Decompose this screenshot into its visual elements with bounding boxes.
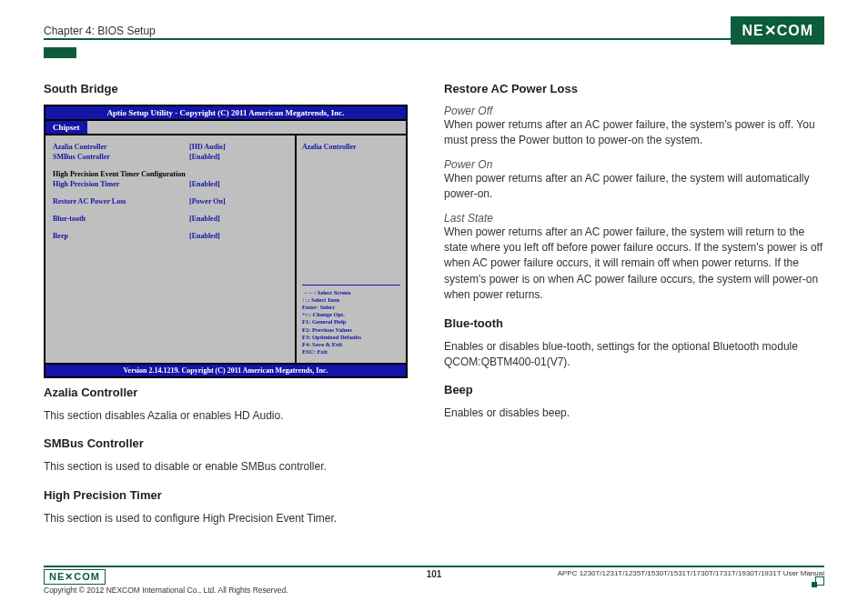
bios-side-title: Azalia Controller xyxy=(302,143,400,151)
beep-heading: Beep xyxy=(444,383,824,396)
bios-version-footer: Version 2.14.1219. Copyright (C) 2011 Am… xyxy=(45,363,406,376)
bios-row-label: High Precision Event Timer Configuration xyxy=(53,170,186,178)
bios-help-keys: →←: Select Screen↑↓: Select ItemEnter: S… xyxy=(302,285,400,356)
bios-help-line: F2: Previous Values xyxy=(302,326,400,334)
restore-text: When power returns after an AC power fai… xyxy=(444,171,824,203)
bios-row-label: SMBus Controller xyxy=(53,153,189,161)
bios-row-value: [Enabled] xyxy=(189,215,220,223)
bios-row-value: [Enabled] xyxy=(189,153,220,161)
bios-tab-chipset: Chipset xyxy=(45,121,87,134)
restore-subheading: Power Off xyxy=(444,105,824,117)
bios-help-line: →←: Select Screen xyxy=(302,289,400,296)
section-text: This section disables Azalia or enables … xyxy=(44,408,408,424)
bios-screenshot: Aptio Setup Utility - Copyright (C) 2011… xyxy=(44,105,408,378)
bios-row: High Precision Event Timer Configuration xyxy=(53,170,288,178)
logo: NE✕COM xyxy=(731,16,824,45)
bios-title-bar: Aptio Setup Utility - Copyright (C) 2011… xyxy=(45,106,406,121)
page-number: 101 xyxy=(427,569,442,579)
bios-row: SMBus Controller[Enabled] xyxy=(53,153,288,161)
footer-rule xyxy=(44,566,824,567)
bios-row-label: Blue-tooth xyxy=(53,215,189,223)
bios-row-value: [Enabled] xyxy=(189,232,220,240)
section-text: This section is used to configure High P… xyxy=(44,511,408,526)
restore-subheading: Power On xyxy=(444,158,824,171)
bios-row-label: Azalia Controller xyxy=(53,143,189,151)
bios-row-label: Beep xyxy=(53,232,189,240)
bios-row: Blue-tooth[Enabled] xyxy=(53,215,288,223)
green-tab xyxy=(44,47,76,58)
bios-row: Azalia Controller[HD Audio] xyxy=(53,143,288,151)
bios-tabs: Chipset xyxy=(45,121,406,135)
bios-help-line: +/-: Change Opt. xyxy=(302,311,400,318)
restore-subheading: Last State xyxy=(444,212,824,225)
bios-row-label: Restore AC Power Loss xyxy=(53,197,189,205)
bios-row: Beep[Enabled] xyxy=(53,232,288,240)
footer-logo: NE✕COM xyxy=(44,569,106,585)
section-heading: High Precision Timer xyxy=(44,488,408,502)
bios-row-label: High Precision Timer xyxy=(53,180,189,188)
bios-row-value: [HD Audio] xyxy=(189,143,226,151)
bios-help-line: ↑↓: Select Item xyxy=(302,296,400,304)
bios-row: Restore AC Power Loss[Power On] xyxy=(53,197,288,205)
restore-text: When power returns after an AC power fai… xyxy=(444,225,824,304)
footer-manual: APPC 1230T/1231T/1235T/1530T/1531T/1730T… xyxy=(441,569,824,577)
section-heading: Azalia Controller xyxy=(44,386,408,399)
bluetooth-text: Enables or disables blue-tooth, settings… xyxy=(444,339,824,371)
bios-row-value: [Enabled] xyxy=(189,180,220,188)
header-rule xyxy=(44,38,824,40)
bluetooth-heading: Blue-tooth xyxy=(444,316,824,330)
bios-help-line: F4: Save & Exit xyxy=(302,341,400,348)
beep-text: Enables or disables beep. xyxy=(444,406,824,421)
bios-row-value: [Power On] xyxy=(189,197,226,205)
bios-help-pane: Azalia Controller →←: Select Screen↑↓: S… xyxy=(297,135,406,363)
footer-copyright: Copyright © 2012 NEXCOM International Co… xyxy=(44,586,288,595)
bios-help-line: Enter: Select xyxy=(302,304,400,311)
restore-text: When power returns after an AC power fai… xyxy=(444,117,824,149)
bios-help-line: F3: Optimized Defaults xyxy=(302,334,400,341)
bios-row: High Precision Timer[Enabled] xyxy=(53,180,288,188)
restore-heading: Restore AC Power Loss xyxy=(444,82,824,95)
south-bridge-heading: South Bridge xyxy=(44,82,408,95)
bios-settings-pane: Azalia Controller[HD Audio]SMBus Control… xyxy=(45,135,297,363)
bios-help-line: ESC: Exit xyxy=(302,348,400,356)
chapter-title: Chapter 4: BIOS Setup xyxy=(44,25,156,37)
section-text: This section is used to disable or enabl… xyxy=(44,459,408,475)
section-heading: SMBus Controller xyxy=(44,436,408,450)
bios-help-line: F1: General Help xyxy=(302,318,400,326)
